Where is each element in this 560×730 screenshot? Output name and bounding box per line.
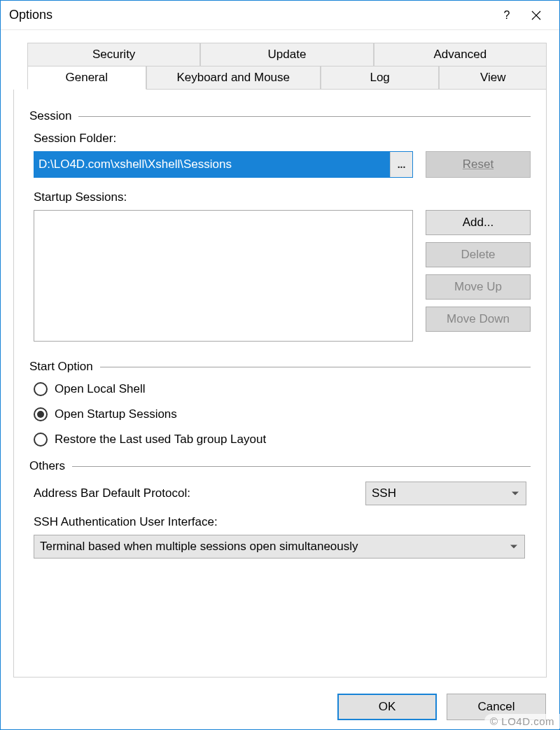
help-button[interactable]: ? [492, 4, 522, 27]
radio-open-local-shell[interactable]: Open Local Shell [34, 382, 531, 396]
tab-update[interactable]: Update [200, 43, 373, 66]
startup-sessions-label: Startup Sessions: [34, 190, 531, 204]
tab-security[interactable]: Security [27, 43, 200, 66]
radio-label: Open Startup Sessions [55, 407, 177, 421]
section-title-start-option: Start Option [29, 360, 93, 374]
tab-keyboard-mouse[interactable]: Keyboard and Mouse [146, 66, 321, 90]
reset-button[interactable]: Reset [426, 151, 531, 178]
tab-log[interactable]: Log [321, 66, 440, 90]
divider [78, 116, 531, 117]
tab-view[interactable]: View [439, 66, 547, 90]
tab-panel-general: Session Session Folder: ... Reset Startu… [13, 90, 547, 678]
radio-restore-last-tab-layout[interactable]: Restore the Last used Tab group Layout [34, 433, 531, 447]
radio-label: Open Local Shell [55, 382, 145, 396]
dialog-content: Security Update Advanced General Keyboar… [1, 30, 559, 683]
protocol-label: Address Bar Default Protocol: [34, 486, 190, 500]
ok-button[interactable]: OK [337, 694, 437, 720]
tab-general[interactable]: General [27, 66, 146, 90]
session-folder-input[interactable] [34, 152, 390, 177]
section-title-session: Session [29, 109, 71, 123]
radio-label: Restore the Last used Tab group Layout [55, 433, 266, 447]
protocol-value: SSH [372, 486, 396, 500]
browse-button[interactable]: ... [390, 152, 412, 177]
add-button[interactable]: Add... [426, 210, 531, 235]
radio-icon [34, 433, 48, 447]
move-up-button: Move Up [426, 274, 531, 300]
tab-advanced[interactable]: Advanced [374, 43, 547, 66]
section-start-option: Start Option Open Local Shell Open Start… [29, 360, 531, 447]
tabs: Security Update Advanced General Keyboar… [13, 43, 547, 678]
section-session: Session Session Folder: ... Reset Startu… [29, 109, 531, 342]
ssh-auth-label: SSH Authentication User Interface: [34, 515, 531, 529]
session-folder-field: ... [34, 151, 413, 178]
protocol-select[interactable]: SSH [365, 482, 526, 505]
radio-icon [34, 382, 48, 396]
ssh-auth-select[interactable]: Terminal based when multiple sessions op… [34, 535, 525, 559]
ssh-auth-value: Terminal based when multiple sessions op… [40, 540, 358, 554]
window-title: Options [9, 8, 492, 22]
titlebar: Options ? [1, 1, 559, 30]
divider [100, 367, 531, 367]
session-folder-label: Session Folder: [34, 132, 531, 146]
radio-open-startup-sessions[interactable]: Open Startup Sessions [34, 407, 531, 421]
chevron-down-icon [510, 545, 517, 549]
section-others: Others Address Bar Default Protocol: SSH… [29, 459, 531, 559]
move-down-button: Move Down [426, 307, 531, 332]
radio-icon [34, 407, 48, 421]
section-title-others: Others [29, 459, 65, 473]
startup-sessions-list[interactable] [34, 210, 413, 342]
delete-button: Delete [426, 242, 531, 267]
divider [72, 466, 531, 467]
chevron-down-icon [512, 492, 519, 496]
close-icon [531, 10, 541, 20]
close-button[interactable] [522, 4, 551, 27]
watermark: © LO4D.com [484, 714, 560, 729]
